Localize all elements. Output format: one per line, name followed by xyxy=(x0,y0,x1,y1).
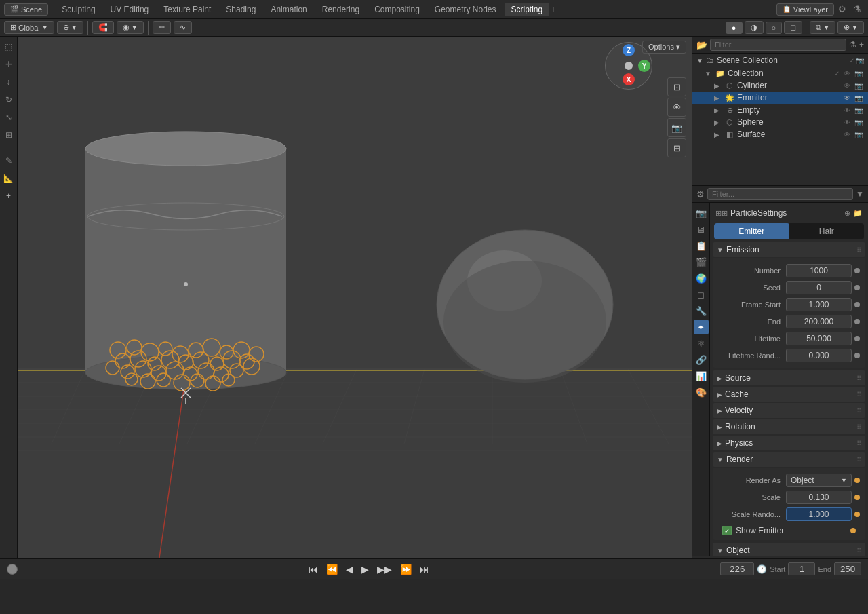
empty-vis-btn[interactable]: 👁 xyxy=(842,106,852,115)
viewport-shading-material[interactable]: ◑ xyxy=(745,21,764,34)
props-scene-btn[interactable]: 🎬 xyxy=(694,254,709,269)
physics-header[interactable]: ▶ Physics ⠿ xyxy=(713,436,865,450)
measure-tool[interactable]: 📐 xyxy=(1,171,16,186)
cyl-vis-btn[interactable]: 👁 xyxy=(842,81,852,90)
tab-scripting[interactable]: Scripting xyxy=(505,3,550,16)
scale-value[interactable]: 0.130 xyxy=(786,491,852,504)
scene-collection-row[interactable]: ▼ 🗂 Scene Collection ✓ 📷 xyxy=(692,54,868,67)
outliner-sphere[interactable]: ▶ ⬡ Sphere 👁 📷 xyxy=(692,116,868,128)
tab-animation[interactable]: Animation xyxy=(264,3,313,16)
proportional-edit-btn[interactable]: ◉ ▼ xyxy=(117,21,144,34)
tab-shading[interactable]: Shading xyxy=(219,3,262,16)
props-object-btn[interactable]: ◻ xyxy=(694,287,709,302)
add-workspace-btn[interactable]: + xyxy=(551,5,555,14)
scene-selector[interactable]: 🎬 Scene xyxy=(4,3,48,16)
collection-item[interactable]: ▼ 📁 Collection ✓ 👁 📷 xyxy=(692,67,868,79)
props-material-btn[interactable]: 🎨 xyxy=(694,385,709,400)
gizmo-toggle-btn[interactable]: ⊕ ▼ xyxy=(837,21,864,34)
jump-start-btn[interactable]: ⏮ xyxy=(306,562,321,576)
prev-frame-btn[interactable]: ◀ xyxy=(343,562,356,576)
show-emitter-checkbox[interactable]: ✓ xyxy=(722,526,732,535)
render-region-btn[interactable]: ⊞ xyxy=(667,138,686,157)
sphere-render-btn[interactable]: 📷 xyxy=(853,118,864,127)
timeline-ruler[interactable]: 40 70 80 90 100 110 120 130 140 150 xyxy=(0,579,868,614)
props-data-btn[interactable]: 📊 xyxy=(694,368,709,383)
scale-tool[interactable]: ⤡ xyxy=(1,110,16,125)
camera-view-btn[interactable]: 👁 xyxy=(667,98,686,117)
lifetime-value[interactable]: 50.000 xyxy=(786,332,852,345)
emission-header[interactable]: ▼ Emission ⠿ xyxy=(713,242,865,257)
particle-browse-btn[interactable]: 📁 xyxy=(853,209,863,218)
outliner-filter-btn[interactable]: ⚗ xyxy=(849,40,856,50)
outliner-empty[interactable]: ▶ ⊕ Empty 👁 📷 xyxy=(692,104,868,116)
empty-render-btn[interactable]: 📷 xyxy=(853,106,864,115)
next-keyframe-btn[interactable]: ⏩ xyxy=(397,562,414,576)
outliner-cylinder[interactable]: ▶ ⬡ Cylinder 👁 📷 xyxy=(692,79,868,92)
object-header[interactable]: ▼ Object ⠿ xyxy=(713,543,865,556)
jump-end-btn[interactable]: ⏭ xyxy=(417,562,432,576)
move-tool[interactable]: ↕ xyxy=(1,75,16,90)
scene-coll-render-btn[interactable]: 📷 xyxy=(856,57,864,64)
annotate-tool[interactable]: ✎ xyxy=(1,153,16,168)
select-box-tool[interactable]: ⬚ xyxy=(1,39,16,54)
cache-header[interactable]: ▶ Cache ⠿ xyxy=(713,387,865,402)
pivot-btn[interactable]: ⊕ ▼ xyxy=(57,21,83,34)
gizmo-y-axis[interactable]: Y xyxy=(638,60,650,72)
record-btn[interactable] xyxy=(7,564,18,575)
viewport-overlay-btn[interactable]: ⧉ ▼ xyxy=(810,21,835,34)
zoom-to-fit-btn[interactable]: ⊡ xyxy=(667,77,686,96)
hair-tab[interactable]: Hair xyxy=(789,223,865,239)
coll-vis-btn[interactable]: 👁 xyxy=(842,69,852,78)
props-physics-btn[interactable]: ⚛ xyxy=(694,336,709,351)
seed-value[interactable]: 0 xyxy=(786,281,852,294)
props-constraints-btn[interactable]: 🔗 xyxy=(694,352,709,367)
prev-keyframe-btn[interactable]: ⏪ xyxy=(323,562,340,576)
props-view-layer-btn[interactable]: 📋 xyxy=(694,238,709,253)
coll-check-btn[interactable]: ✓ xyxy=(833,69,841,78)
lifetime-rand-value[interactable]: 0.000 xyxy=(786,349,852,362)
viewport-shading-solid[interactable]: ● xyxy=(726,22,743,34)
render-header[interactable]: ▼ Render ⠿ xyxy=(713,452,865,467)
props-search[interactable] xyxy=(707,188,853,200)
props-modifiers-btn[interactable]: 🔧 xyxy=(694,303,709,318)
rotation-header[interactable]: ▶ Rotation ⠿ xyxy=(713,419,865,434)
source-header[interactable]: ▶ Source ⠿ xyxy=(713,370,865,385)
curve-btn[interactable]: ∿ xyxy=(174,21,192,34)
tab-sculpting[interactable]: Sculpting xyxy=(55,3,102,16)
viewport-shading-rendered[interactable]: ○ xyxy=(766,22,783,34)
view-layer-selector[interactable]: 📋 ViewLayer xyxy=(776,3,834,16)
scene-coll-vis-btn[interactable]: ✓ xyxy=(849,57,854,64)
add-object-btn[interactable]: + xyxy=(1,189,16,204)
emitter-tab[interactable]: Emitter xyxy=(714,223,789,239)
snap-btn[interactable]: 🧲 xyxy=(92,21,114,34)
props-render-btn[interactable]: 📷 xyxy=(694,206,709,220)
filter-btn[interactable]: ⚗ xyxy=(850,3,864,16)
camera-perspective-btn[interactable]: 📷 xyxy=(667,118,686,137)
frame-start-value[interactable]: 1.000 xyxy=(786,298,852,311)
props-output-btn[interactable]: 🖥 xyxy=(694,222,709,237)
tab-rendering[interactable]: Rendering xyxy=(315,3,366,16)
render-as-dropdown[interactable]: Object ▼ xyxy=(786,474,852,487)
emit-render-btn[interactable]: 📷 xyxy=(853,94,864,102)
cyl-render-btn[interactable]: 📷 xyxy=(853,81,864,90)
global-transform-btn[interactable]: ⊞ Global ▼ xyxy=(4,21,54,34)
outliner-add-btn[interactable]: + xyxy=(859,40,864,50)
emit-vis-btn[interactable]: 👁 xyxy=(842,94,852,102)
tab-geometry-nodes[interactable]: Geometry Nodes xyxy=(428,3,503,16)
props-particles-btn[interactable]: ✦ xyxy=(694,320,709,334)
props-world-btn[interactable]: 🌍 xyxy=(694,271,709,286)
cursor-tool[interactable]: ✛ xyxy=(1,57,16,72)
rotate-tool[interactable]: ↻ xyxy=(1,92,16,107)
sphere-vis-btn[interactable]: 👁 xyxy=(842,118,852,127)
velocity-header[interactable]: ▶ Velocity ⠿ xyxy=(713,403,865,418)
end-value[interactable]: 200.000 xyxy=(786,315,852,328)
transform-tool[interactable]: ⊞ xyxy=(1,128,16,142)
surface-render-btn[interactable]: 📷 xyxy=(853,130,864,139)
gizmo-z-axis[interactable]: Z xyxy=(623,44,635,56)
play-btn[interactable]: ▶ xyxy=(359,562,372,576)
viewport-shading-wireframe[interactable]: ◻ xyxy=(784,21,802,34)
navigation-gizmo[interactable]: Z Y X xyxy=(605,42,659,96)
props-filter-btn[interactable]: ▼ xyxy=(856,189,864,199)
gizmo-x-axis[interactable]: X xyxy=(623,73,635,85)
tab-compositing[interactable]: Compositing xyxy=(368,3,427,16)
